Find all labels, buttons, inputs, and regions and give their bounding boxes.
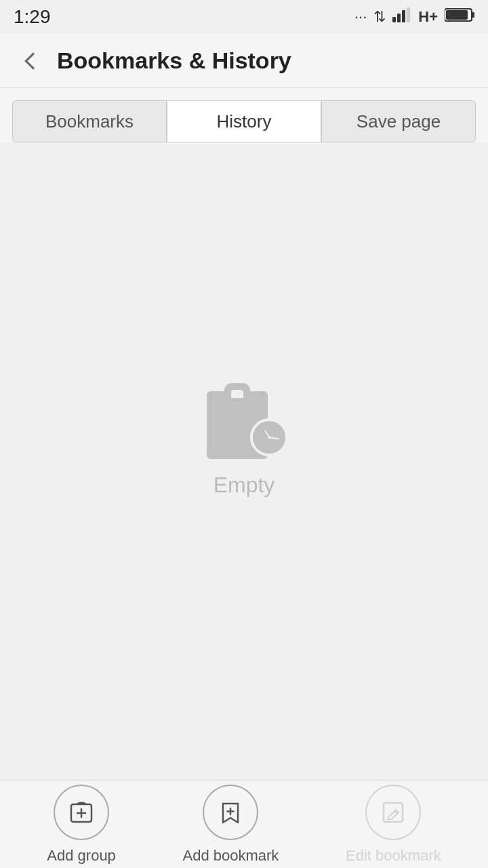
back-chevron-icon [24,52,41,69]
add-group-icon-circle [54,785,109,840]
page-title: Bookmarks & History [57,47,291,74]
signal-dots-icon: ··· [354,8,367,26]
svg-rect-0 [392,17,396,22]
clock-minute-hand [269,437,279,440]
edit-bookmark-icon [380,800,406,825]
edit-bookmark-label: Edit bookmark [346,847,441,865]
battery-icon [445,7,474,26]
svg-rect-2 [402,10,405,22]
edit-bookmark-icon-circle [365,785,421,840]
add-group-label: Add group [47,847,116,865]
bottom-action-bar: Add group Add bookmark Edit bookmark [0,780,488,868]
main-content: Empty [0,142,488,780]
tab-bookmarks[interactable]: Bookmarks [12,100,167,142]
svg-rect-1 [397,14,401,22]
status-time: 1:29 [14,6,51,28]
add-bookmark-button[interactable]: Add bookmark [183,785,279,865]
add-bookmark-icon [218,800,243,825]
signal-bars-icon [392,7,411,26]
add-group-button[interactable]: Add group [47,785,116,865]
status-icons: ··· ⇅ H+ [354,7,474,26]
h-plus-icon: H+ [418,8,438,26]
svg-rect-5 [472,12,474,18]
empty-state: Empty [200,371,288,498]
back-button[interactable] [16,46,46,76]
tab-bar: Bookmarks History Save page [0,88,488,142]
empty-label: Empty [214,473,275,498]
clock-face-icon [256,424,283,451]
svg-rect-6 [446,10,468,20]
status-bar: 1:29 ··· ⇅ H+ [0,0,488,34]
clipboard-clip-icon [224,383,250,398]
data-transfer-icon: ⇅ [373,8,386,26]
tab-save-page[interactable]: Save page [321,100,476,142]
add-group-icon [68,800,94,825]
svg-rect-3 [407,7,410,22]
clock-icon [250,418,288,456]
clock-center-dot [268,436,270,439]
empty-history-icon [200,371,288,459]
edit-bookmark-button: Edit bookmark [346,785,441,865]
tab-history[interactable]: History [167,100,321,142]
add-bookmark-icon-circle [203,785,258,840]
add-bookmark-label: Add bookmark [183,847,279,865]
page-header: Bookmarks & History [0,34,488,88]
